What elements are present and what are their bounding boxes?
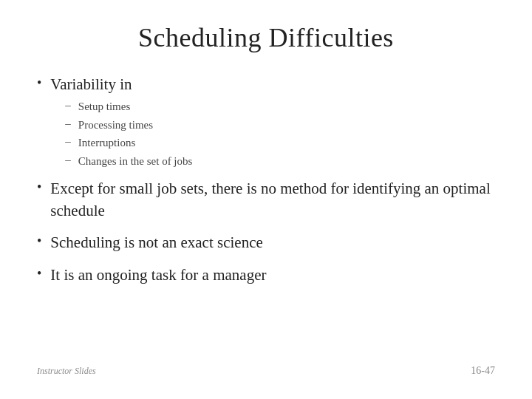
sub-bullet-text-3: Interruptions: [78, 134, 135, 151]
bullet-text-2: Except for small job sets, there is no m…: [50, 178, 495, 222]
bullet-dot-3: •: [37, 233, 41, 249]
slide-footer: Instructor Slides 16-47: [37, 358, 495, 377]
sub-bullet-item-2: – Processing times: [65, 117, 192, 134]
bullet-item-3: • Scheduling is not an exact science: [37, 232, 495, 253]
slide: Scheduling Difficulties • Variability in…: [0, 0, 532, 399]
sub-bullet-dash-2: –: [65, 117, 71, 130]
sub-bullet-item-3: – Interruptions: [65, 134, 192, 151]
bullet-item-1: • Variability in – Setup times – Process…: [37, 74, 495, 171]
sub-bullet-item-1: – Setup times: [65, 98, 192, 115]
slide-content: • Variability in – Setup times – Process…: [37, 74, 495, 358]
footer-page-number: 16-47: [471, 365, 495, 377]
bullet-item-4: • It is an ongoing task for a manager: [37, 265, 495, 286]
bullet-text-4: It is an ongoing task for a manager: [50, 265, 266, 286]
slide-title: Scheduling Difficulties: [37, 22, 495, 53]
bullet-dot-1: •: [37, 75, 41, 91]
sub-bullet-text-1: Setup times: [78, 98, 130, 115]
bullet-item-2: • Except for small job sets, there is no…: [37, 178, 495, 222]
sub-bullet-text-2: Processing times: [78, 117, 153, 134]
footer-instructor-label: Instructor Slides: [37, 366, 96, 377]
bullet-dot-4: •: [37, 266, 41, 282]
bullet-dot-2: •: [37, 180, 41, 195]
sub-bullet-dash-1: –: [65, 99, 71, 112]
bullet-text-1: Variability in – Setup times – Processin…: [50, 74, 192, 171]
sub-bullet-dash-4: –: [65, 154, 71, 166]
sub-bullet-text-4: Changes in the set of jobs: [78, 153, 193, 170]
bullet-text-3: Scheduling is not an exact science: [50, 232, 263, 253]
sub-bullet-item-4: – Changes in the set of jobs: [65, 153, 192, 170]
sub-bullets-1: – Setup times – Processing times – Inter…: [65, 98, 192, 169]
sub-bullet-dash-3: –: [65, 135, 71, 148]
